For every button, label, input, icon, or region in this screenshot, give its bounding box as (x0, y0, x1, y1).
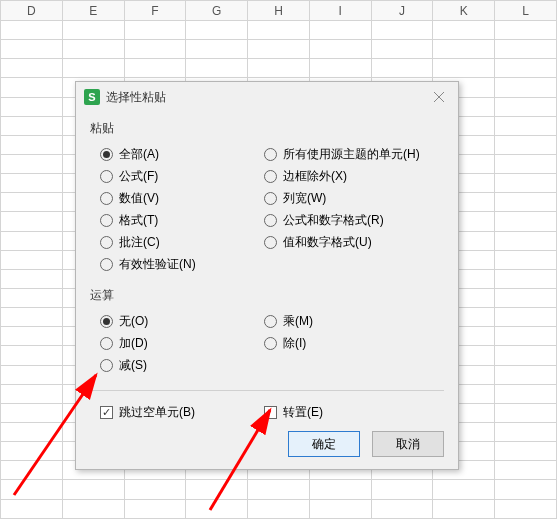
cell[interactable] (495, 193, 557, 212)
cell[interactable] (1, 78, 63, 97)
cell[interactable] (495, 154, 557, 173)
cell[interactable] (1, 365, 63, 384)
cell[interactable] (495, 365, 557, 384)
cell[interactable] (1, 135, 63, 154)
cell[interactable] (495, 231, 557, 250)
cell[interactable] (495, 174, 557, 193)
cell[interactable] (309, 480, 371, 499)
column-header[interactable]: L (495, 1, 557, 21)
cell[interactable] (495, 269, 557, 288)
cell[interactable] (1, 59, 63, 78)
radio-formulas[interactable]: 公式(F) (100, 165, 264, 187)
cell[interactable] (62, 21, 124, 40)
column-header[interactable]: G (186, 1, 248, 21)
ok-button[interactable]: 确定 (288, 431, 360, 457)
cell[interactable] (1, 174, 63, 193)
cell[interactable] (186, 59, 248, 78)
cell[interactable] (433, 480, 495, 499)
cell[interactable] (495, 327, 557, 346)
cell[interactable] (1, 231, 63, 250)
radio-column-widths[interactable]: 列宽(W) (264, 187, 444, 209)
cell[interactable] (495, 346, 557, 365)
cell[interactable] (62, 499, 124, 518)
cell[interactable] (1, 461, 63, 480)
cell[interactable] (1, 116, 63, 135)
cell[interactable] (433, 499, 495, 518)
cell[interactable] (186, 40, 248, 59)
radio-borders-except[interactable]: 边框除外(X) (264, 165, 444, 187)
cell[interactable] (495, 422, 557, 441)
cell[interactable] (495, 250, 557, 269)
cell[interactable] (124, 21, 186, 40)
column-header[interactable]: D (1, 1, 63, 21)
cell[interactable] (1, 212, 63, 231)
cell[interactable] (1, 327, 63, 346)
column-header[interactable]: E (62, 1, 124, 21)
cell[interactable] (371, 480, 433, 499)
cell[interactable] (248, 499, 310, 518)
cell[interactable] (495, 21, 557, 40)
cell[interactable] (309, 21, 371, 40)
cell[interactable] (1, 40, 63, 59)
cell[interactable] (124, 480, 186, 499)
cell[interactable] (309, 40, 371, 59)
column-header[interactable]: K (433, 1, 495, 21)
radio-comments[interactable]: 批注(C) (100, 231, 264, 253)
cell[interactable] (309, 59, 371, 78)
cell[interactable] (495, 78, 557, 97)
radio-value-number-formats[interactable]: 值和数字格式(U) (264, 231, 444, 253)
cell[interactable] (495, 384, 557, 403)
cell[interactable] (186, 499, 248, 518)
cell[interactable] (433, 59, 495, 78)
cell[interactable] (495, 308, 557, 327)
cell[interactable] (495, 212, 557, 231)
column-header[interactable]: I (309, 1, 371, 21)
radio-theme[interactable]: 所有使用源主题的单元(H) (264, 143, 444, 165)
cell[interactable] (495, 40, 557, 59)
cell[interactable] (495, 135, 557, 154)
cell[interactable] (1, 250, 63, 269)
cell[interactable] (495, 499, 557, 518)
cell[interactable] (371, 40, 433, 59)
cell[interactable] (495, 403, 557, 422)
column-header[interactable]: F (124, 1, 186, 21)
cell[interactable] (1, 154, 63, 173)
close-icon[interactable] (428, 86, 450, 108)
radio-values[interactable]: 数值(V) (100, 187, 264, 209)
cell[interactable] (1, 193, 63, 212)
cell[interactable] (1, 308, 63, 327)
cell[interactable] (371, 499, 433, 518)
radio-formula-number-formats[interactable]: 公式和数字格式(R) (264, 209, 444, 231)
radio-add[interactable]: 加(D) (100, 332, 264, 354)
radio-none[interactable]: 无(O) (100, 310, 264, 332)
radio-subtract[interactable]: 减(S) (100, 354, 264, 376)
cell[interactable] (248, 21, 310, 40)
cell[interactable] (495, 116, 557, 135)
cell[interactable] (1, 288, 63, 307)
cell[interactable] (1, 21, 63, 40)
cell[interactable] (495, 288, 557, 307)
checkbox-transpose[interactable]: 转置(E) (264, 401, 444, 423)
cell[interactable] (495, 480, 557, 499)
cell[interactable] (248, 59, 310, 78)
cell[interactable] (1, 384, 63, 403)
cell[interactable] (124, 499, 186, 518)
cell[interactable] (433, 40, 495, 59)
cell[interactable] (186, 480, 248, 499)
radio-validation[interactable]: 有效性验证(N) (100, 253, 264, 275)
cell[interactable] (1, 403, 63, 422)
column-header[interactable]: J (371, 1, 433, 21)
cell[interactable] (1, 480, 63, 499)
cell[interactable] (1, 346, 63, 365)
cell[interactable] (495, 461, 557, 480)
cell[interactable] (186, 21, 248, 40)
cell[interactable] (124, 40, 186, 59)
cell[interactable] (62, 40, 124, 59)
cell[interactable] (371, 21, 433, 40)
cell[interactable] (371, 59, 433, 78)
cell[interactable] (248, 480, 310, 499)
cell[interactable] (124, 59, 186, 78)
cell[interactable] (62, 480, 124, 499)
cell[interactable] (1, 422, 63, 441)
cell[interactable] (248, 40, 310, 59)
